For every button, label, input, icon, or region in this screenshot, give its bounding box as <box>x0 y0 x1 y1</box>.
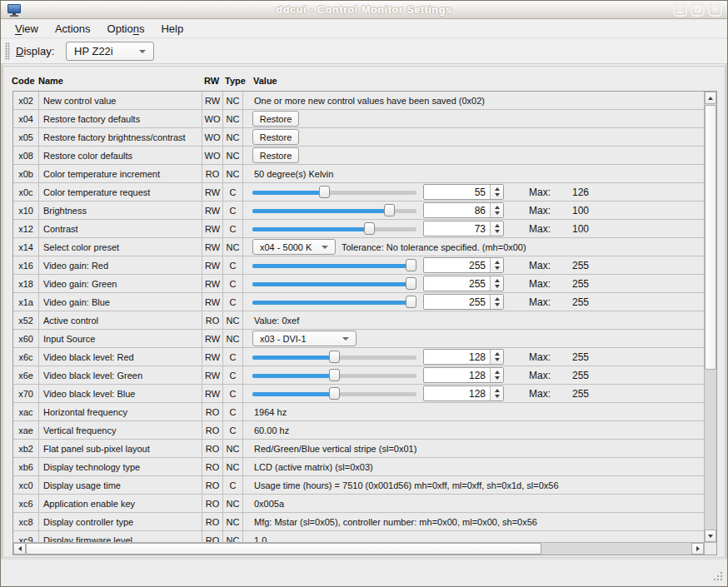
titlebar[interactable]: ddcui - Control Monitor Settings ✕ <box>1 1 727 19</box>
spin-up-button[interactable] <box>495 187 500 191</box>
spin-up-button[interactable] <box>495 297 500 301</box>
cell-code: x18 <box>13 275 39 293</box>
restore-button[interactable]: Restore <box>252 147 299 163</box>
feature-slider[interactable] <box>252 220 416 238</box>
feature-slider[interactable] <box>252 293 416 311</box>
cell-code: x14 <box>13 238 39 256</box>
cell-code: x05 <box>13 128 39 147</box>
horizontal-scrollbar[interactable] <box>13 542 704 555</box>
feature-slider[interactable] <box>252 183 416 201</box>
spin-up-button[interactable] <box>495 261 500 264</box>
feature-spinbox[interactable]: 86 <box>423 202 504 218</box>
cell-name: Input Source <box>39 330 202 348</box>
restore-button[interactable]: Restore <box>252 111 299 127</box>
feature-scroll-area: x02New control valueRWNCOne or more new … <box>12 91 717 555</box>
slider-handle[interactable] <box>406 277 416 290</box>
feature-value-text: 1964 hz <box>254 403 287 421</box>
scroll-up-button[interactable] <box>705 92 716 104</box>
table-row: x6eVideo black level: GreenRWC128Max:255 <box>13 366 704 385</box>
menu-actions[interactable]: Actions <box>47 20 99 37</box>
feature-slider[interactable] <box>252 275 416 293</box>
spin-down-button[interactable] <box>495 230 500 233</box>
cell-value: 255Max:255 <box>243 275 704 293</box>
slider-handle[interactable] <box>329 351 340 363</box>
restore-button[interactable]: Restore <box>252 129 299 145</box>
feature-spinbox[interactable]: 128 <box>423 367 504 383</box>
feature-slider[interactable] <box>252 201 416 220</box>
max-label: Max: <box>529 385 551 403</box>
horizontal-scrollbar-thumb[interactable] <box>26 543 541 555</box>
cell-name: Display firmware level <box>39 531 202 542</box>
vertical-scrollbar-thumb[interactable] <box>705 105 716 370</box>
feature-combo[interactable]: x03 - DVI-1 <box>252 331 357 346</box>
spin-up-button[interactable] <box>495 389 500 392</box>
vertical-scrollbar[interactable] <box>704 92 716 542</box>
spin-down-button[interactable] <box>495 266 500 270</box>
cell-value: 128Max:255 <box>243 385 704 403</box>
cell-name: Video black level: Red <box>39 348 202 366</box>
cell-name: Application enable key <box>39 495 202 513</box>
table-row: x05Restore factory brightness/contrastWO… <box>13 128 704 147</box>
display-selector-combo[interactable]: HP Z22i <box>66 42 154 61</box>
feature-spinbox[interactable]: 255 <box>423 294 504 310</box>
arrow-left-icon <box>18 546 22 551</box>
spin-up-button[interactable] <box>495 371 500 374</box>
spin-down-button[interactable] <box>495 285 500 288</box>
cell-code: xc6 <box>13 495 39 513</box>
feature-value-text: Value: 0xef <box>254 311 299 330</box>
spin-up-button[interactable] <box>495 206 500 209</box>
feature-spinbox[interactable]: 128 <box>423 349 504 365</box>
max-label: Max: <box>529 293 551 311</box>
spin-up-button[interactable] <box>495 279 500 282</box>
feature-slider[interactable] <box>252 256 416 275</box>
maximize-button[interactable] <box>691 2 705 17</box>
slider-handle[interactable] <box>329 387 340 400</box>
scroll-right-button[interactable] <box>691 543 704 555</box>
slider-handle[interactable] <box>406 259 416 271</box>
cell-value: One or more new control values have been… <box>243 92 704 110</box>
toolbar-drag-handle[interactable] <box>5 42 10 60</box>
cell-rw: RW <box>202 256 223 275</box>
menu-options[interactable]: Options <box>99 20 153 37</box>
feature-slider[interactable] <box>252 348 416 366</box>
spin-down-button[interactable] <box>495 395 500 398</box>
table-row: x70Video black level: BlueRWC128Max:255 <box>13 385 704 403</box>
slider-handle[interactable] <box>319 186 330 198</box>
feature-slider[interactable] <box>252 385 416 403</box>
cell-code: xb2 <box>13 440 39 458</box>
cell-value: 60.00 hz <box>243 421 704 440</box>
cell-rw: RW <box>202 330 223 348</box>
cell-code: x60 <box>13 330 39 348</box>
scroll-down-button[interactable] <box>705 530 716 542</box>
spin-down-button[interactable] <box>495 193 500 196</box>
feature-spinbox[interactable]: 255 <box>423 276 504 291</box>
spin-down-button[interactable] <box>495 211 500 215</box>
resize-grip[interactable] <box>712 571 723 582</box>
slider-handle[interactable] <box>364 222 375 235</box>
feature-value-text: Red/Green/Blue vertical stripe (sl=0x01) <box>254 440 416 458</box>
feature-slider[interactable] <box>252 366 416 385</box>
close-button[interactable]: ✕ <box>708 2 722 17</box>
cell-value: 73Max:100 <box>243 220 704 238</box>
feature-spinbox[interactable]: 255 <box>423 257 504 273</box>
spin-down-button[interactable] <box>495 376 500 380</box>
spin-up-button[interactable] <box>495 224 500 227</box>
menu-help[interactable]: Help <box>152 20 192 37</box>
arrow-down-icon <box>708 535 713 538</box>
feature-combo[interactable]: x04 - 5000 K <box>252 239 336 255</box>
spin-down-button[interactable] <box>495 358 500 361</box>
slider-handle[interactable] <box>329 369 340 381</box>
slider-handle[interactable] <box>406 296 416 308</box>
feature-spinbox[interactable]: 73 <box>423 221 504 236</box>
spin-down-button[interactable] <box>495 303 500 306</box>
feature-spinbox[interactable]: 55 <box>423 184 504 200</box>
cell-rw: RO <box>202 476 223 495</box>
menu-view[interactable]: View <box>7 20 47 37</box>
cell-value: 55Max:126 <box>243 183 704 201</box>
spinbox-buttons <box>490 350 503 364</box>
slider-handle[interactable] <box>384 204 395 216</box>
minimize-button[interactable] <box>673 2 687 17</box>
feature-spinbox[interactable]: 128 <box>423 386 504 401</box>
scroll-left-button[interactable] <box>13 543 26 555</box>
spin-up-button[interactable] <box>495 352 500 356</box>
